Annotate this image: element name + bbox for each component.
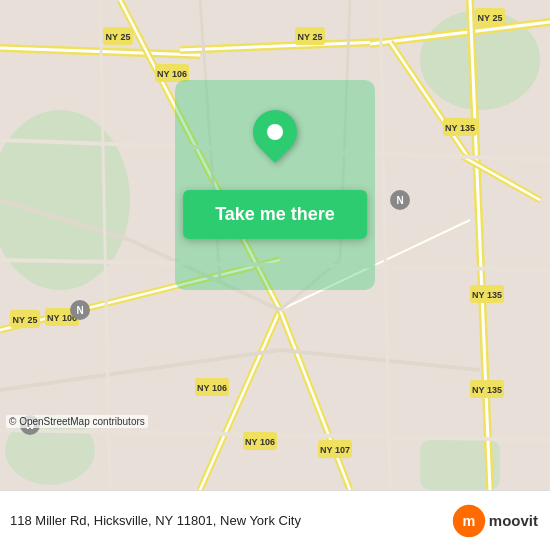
svg-text:NY 107: NY 107: [320, 445, 350, 455]
svg-text:NY 25: NY 25: [478, 13, 503, 23]
svg-text:NY 135: NY 135: [472, 385, 502, 395]
moovit-logo[interactable]: m moovit: [451, 503, 538, 539]
svg-line-15: [200, 310, 280, 490]
svg-text:NY 25: NY 25: [13, 315, 38, 325]
svg-text:NY 106: NY 106: [157, 69, 187, 79]
address-text: 118 Miller Rd, Hicksville, NY 11801, New…: [10, 513, 451, 528]
svg-text:N: N: [76, 305, 83, 316]
svg-line-28: [0, 350, 280, 390]
map-container: NY 106 NY 106 NY 106 NY 106 NY 25 NY 25 …: [0, 0, 550, 490]
location-pin: [253, 110, 297, 154]
svg-text:NY 106: NY 106: [245, 437, 275, 447]
svg-text:NY 135: NY 135: [445, 123, 475, 133]
svg-line-37: [380, 0, 390, 490]
svg-text:m: m: [462, 513, 475, 529]
take-me-there-button[interactable]: Take me there: [183, 190, 367, 239]
moovit-icon: m: [451, 503, 487, 539]
svg-text:NY 25: NY 25: [106, 32, 131, 42]
pin-center: [267, 124, 283, 140]
svg-text:NY 106: NY 106: [197, 383, 227, 393]
moovit-brand-text: moovit: [489, 512, 538, 529]
svg-text:NY 135: NY 135: [472, 290, 502, 300]
svg-text:NY 25: NY 25: [298, 32, 323, 42]
bottom-bar: 118 Miller Rd, Hicksville, NY 11801, New…: [0, 490, 550, 550]
pin-shape: [244, 101, 306, 163]
svg-line-17: [280, 310, 350, 490]
map-attribution: © OpenStreetMap contributors: [6, 415, 148, 428]
svg-line-29: [280, 350, 480, 370]
svg-line-23: [460, 155, 540, 200]
svg-text:N: N: [396, 195, 403, 206]
